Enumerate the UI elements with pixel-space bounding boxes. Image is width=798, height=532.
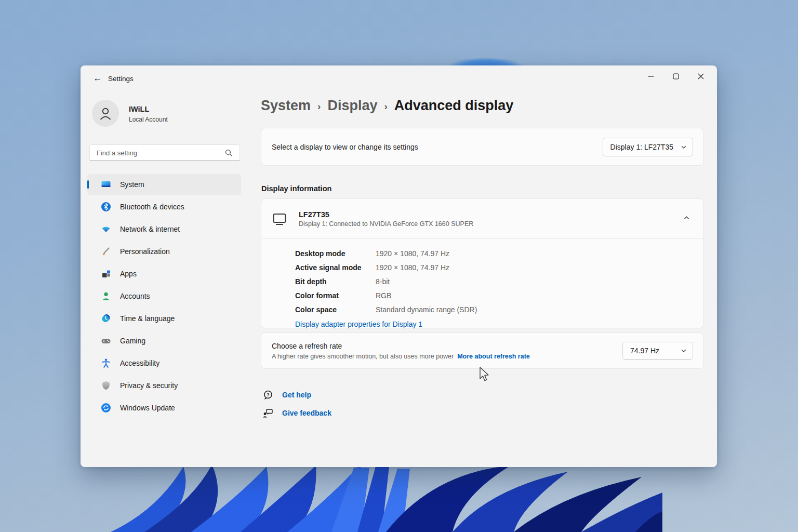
sidebar-item-bluetooth-devices[interactable]: Bluetooth & devices [87,196,241,217]
sidebar-item-label: Apps [120,270,137,278]
apps-icon [101,269,111,279]
sidebar-item-label: Gaming [120,337,145,345]
give-feedback-icon [262,408,273,419]
display-connection: Display 1: Connected to NVIDIA GeForce G… [299,220,473,228]
chevron-down-icon [681,144,687,150]
sidebar-item-privacy-security[interactable]: Privacy & security [87,375,241,396]
breadcrumb-system[interactable]: System [261,98,311,114]
refresh-rate-dropdown[interactable]: 74.97 Hz [622,342,693,360]
game-controller-icon [101,336,111,346]
sidebar-item-label: System [120,180,144,189]
page-title: Advanced display [394,98,514,114]
refresh-rate-value: 74.97 Hz [630,347,659,355]
mouse-cursor [478,366,490,383]
detail-row: Color format RGB [295,288,693,302]
window-title: Settings [108,75,134,83]
wifi-icon [101,224,111,234]
brush-icon [101,246,111,257]
sidebar-item-network-internet[interactable]: Network & internet [87,219,241,240]
sidebar-item-label: Time & language [120,314,175,323]
display-select-dropdown[interactable]: Display 1: LF27T35 [603,138,693,156]
sidebar-item-label: Privacy & security [120,381,178,390]
person-icon [101,291,111,301]
chevron-up-icon [683,215,690,221]
display-information-card: LF27T35 Display 1: Connected to NVIDIA G… [261,198,704,328]
settings-window: ← Settings IWiLL Local Account [81,65,717,467]
display-name: LF27T35 [299,210,473,219]
sidebar-item-label: Network & internet [120,225,180,233]
bluetooth-icon [101,202,111,212]
display-info-header[interactable]: LF27T35 Display 1: Connected to NVIDIA G… [261,199,703,239]
give-feedback-link[interactable]: Give feedback [282,409,331,417]
refresh-rate-subtitle: A higher rate gives smoother motion, but… [272,353,530,360]
get-help-icon: ? [262,390,273,401]
refresh-rate-title: Choose a refresh rate [272,342,530,350]
accessibility-icon [101,358,111,368]
minimize-icon [648,73,654,79]
sidebar-item-label: Accounts [120,292,150,300]
detail-row: Active signal mode 1920 × 1080, 74.97 Hz [295,260,693,274]
detail-row: Color space Standard dynamic range (SDR) [295,302,693,316]
maximize-button[interactable] [665,69,687,84]
chevron-down-icon [681,348,687,354]
sidebar-item-personalization[interactable]: Personalization [87,241,241,262]
system-icon [101,179,111,190]
display-adapter-properties-link[interactable]: Display adapter properties for Display 1 [295,320,422,328]
breadcrumb: System › Display › Advanced display [261,98,513,114]
get-help-link[interactable]: Get help [282,391,311,399]
minimize-button[interactable] [640,69,662,84]
display-details: Desktop mode 1920 × 1080, 74.97 Hz Activ… [261,239,703,316]
maximize-icon [673,73,679,79]
breadcrumb-display[interactable]: Display [327,98,377,114]
sidebar-item-windows-update[interactable]: Windows Update [87,397,241,418]
back-button[interactable]: ← [90,72,105,85]
avatar[interactable] [92,100,119,127]
sidebar-item-gaming[interactable]: Gaming [87,330,241,351]
detail-row: Bit depth 8-bit [295,274,693,288]
display-select-value: Display 1: LF27T35 [610,143,673,151]
more-about-refresh-rate-link[interactable]: More about refresh rate [457,353,530,360]
select-display-label: Select a display to view or change its s… [272,143,418,151]
user-icon [98,105,113,121]
sidebar-item-time-language[interactable]: Time & language [87,308,241,329]
update-icon [101,403,111,413]
wallpaper-bloom [95,463,662,532]
close-icon [698,73,704,79]
search-input[interactable] [90,149,222,157]
search-box[interactable] [89,144,240,161]
give-feedback-row[interactable]: Give feedback [262,407,331,419]
window-controls [640,69,712,84]
shield-icon [101,380,111,391]
breadcrumb-separator: › [384,99,387,112]
close-button[interactable] [690,69,712,84]
get-help-row[interactable]: ? Get help [262,389,311,401]
sidebar-item-accounts[interactable]: Accounts [87,286,241,307]
sidebar-nav: System Bluetooth & devices Network & int… [87,174,241,420]
clock-icon [101,313,111,324]
user-name: IWiLL [129,105,149,113]
sidebar-item-system[interactable]: System [87,174,241,195]
user-account-type: Local Account [129,116,168,123]
breadcrumb-separator: › [317,99,321,112]
select-display-card: Select a display to view or change its s… [261,128,704,166]
svg-text:?: ? [267,392,270,397]
sidebar-item-accessibility[interactable]: Accessibility [87,353,241,374]
sidebar-item-label: Bluetooth & devices [120,203,184,211]
detail-row: Desktop mode 1920 × 1080, 74.97 Hz [295,246,693,260]
refresh-rate-card: Choose a refresh rate A higher rate give… [261,332,704,369]
sidebar-item-label: Windows Update [120,404,175,412]
sidebar-item-label: Personalization [120,247,170,256]
collapse-button[interactable] [680,211,693,227]
sidebar-item-label: Accessibility [120,359,159,367]
search-icon[interactable] [222,149,240,156]
sidebar-item-apps[interactable]: Apps [87,263,241,284]
monitor-icon [272,212,287,226]
section-title: Display information [261,184,331,193]
